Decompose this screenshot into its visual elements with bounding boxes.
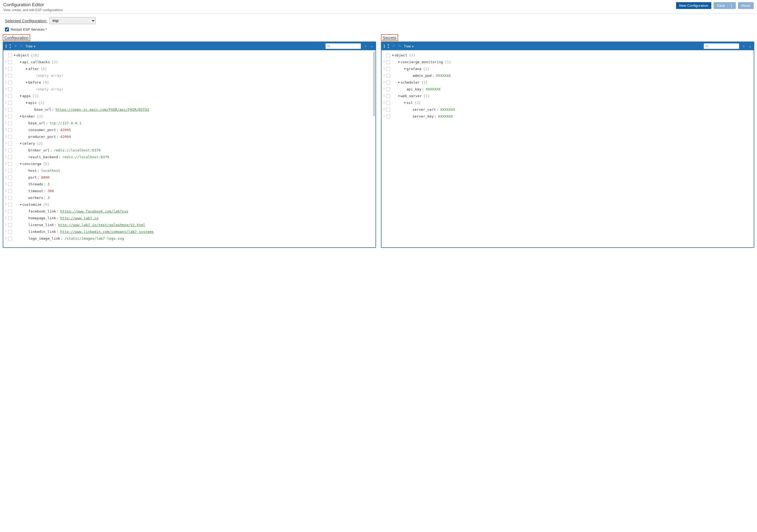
tree-value[interactable]: redis://localhost:6379 [62, 155, 109, 159]
tree-key[interactable]: logo_image_link [28, 237, 60, 240]
tree-row[interactable]: ⠿▼grafana{1} [381, 66, 754, 72]
new-configuration-button[interactable]: New Configuration [676, 2, 712, 9]
row-menu-button[interactable] [8, 203, 12, 207]
tree-key[interactable]: result_backend [28, 155, 58, 159]
drag-handle-icon[interactable]: ⠿ [5, 61, 8, 63]
tree-row[interactable]: ⠿▼consumer_port:42005 [3, 126, 376, 133]
drag-handle-icon[interactable]: ⠿ [383, 61, 386, 63]
tree-row[interactable]: ⠿▼result_backend:redis://localhost:6379 [3, 154, 376, 160]
drag-handle-icon[interactable]: ⠿ [5, 156, 8, 158]
tree-key[interactable]: host [28, 169, 37, 173]
tree-key[interactable]: customize [22, 203, 41, 207]
tree-row[interactable]: ⠿▼after[0] [3, 66, 376, 72]
tree-value[interactable]: http://www.lab7.io/test/splashmsg/V2.htm… [58, 223, 145, 227]
tree-key[interactable]: license_link [28, 223, 54, 227]
row-menu-button[interactable] [8, 149, 12, 152]
drag-handle-icon[interactable]: ⠿ [5, 204, 8, 206]
row-menu-button[interactable] [386, 87, 390, 91]
drag-handle-icon[interactable]: ⠿ [5, 183, 8, 185]
tree-key[interactable]: base_url [34, 107, 51, 112]
tree-row[interactable]: ⠿▼threads:3 [3, 181, 376, 187]
drag-handle-icon[interactable]: ⠿ [5, 102, 8, 104]
tree-key[interactable]: object [395, 53, 407, 57]
reset-button[interactable]: Reset [738, 2, 754, 9]
row-menu-button[interactable] [8, 67, 12, 71]
save-dropdown-icon[interactable]: ▲▼ [731, 4, 733, 8]
tree-key[interactable]: grafana [407, 67, 421, 71]
tree-value[interactable]: 8000 [41, 175, 49, 180]
twisty-icon[interactable]: ▼ [391, 54, 395, 57]
row-menu-button[interactable] [386, 60, 390, 64]
twisty-icon[interactable]: ▼ [13, 54, 16, 57]
drag-handle-icon[interactable]: ⠿ [5, 224, 8, 226]
secrets-tree-body[interactable]: ▼object{3}⠿▼concierge_monitoring{1}⠿▼gra… [381, 50, 754, 247]
row-menu-button[interactable] [386, 81, 390, 84]
row-menu-button[interactable] [8, 216, 12, 220]
twisty-icon[interactable]: ▼ [25, 67, 28, 70]
scrollbar[interactable] [373, 51, 375, 116]
tree-value[interactable]: 300 [47, 189, 54, 193]
tree-value[interactable]: https://open-ic.epic.com/FHIR/api/FHIR/D… [55, 107, 149, 112]
drag-handle-icon[interactable]: ⠿ [5, 143, 8, 144]
tree-key[interactable]: epic [28, 101, 37, 105]
drag-handle-icon[interactable]: ⠿ [5, 89, 8, 90]
row-menu-button[interactable] [8, 155, 12, 159]
tree-key[interactable]: admin_pwd [412, 73, 432, 78]
tree-row[interactable]: ⠿▼apps{1} [3, 93, 376, 99]
row-menu-button[interactable] [386, 108, 390, 112]
twisty-icon[interactable]: ▼ [19, 142, 22, 145]
drag-handle-icon[interactable]: ⠿ [383, 116, 386, 117]
tree-key[interactable]: consumer_port [28, 128, 56, 132]
tree-row[interactable]: ⠿▼workers:3 [3, 194, 376, 201]
drag-handle-icon[interactable]: ⠿ [5, 163, 8, 165]
tree-value[interactable]: XXXXXXX [438, 114, 453, 118]
twisty-icon[interactable]: ▼ [19, 95, 22, 98]
tree-key[interactable]: concierge [22, 162, 41, 166]
tree-row[interactable]: ⠿▼(empty array) [3, 72, 376, 79]
drag-handle-icon[interactable] [383, 55, 386, 56]
drag-handle-icon[interactable]: ⠿ [5, 177, 8, 178]
tree-row[interactable]: ⠿▼api_key:XXXXXXX [381, 86, 754, 93]
selected-config-dropdown[interactable]: esp [49, 17, 96, 24]
tree-value[interactable]: XXXXXXX [440, 107, 455, 112]
row-menu-button[interactable] [386, 94, 390, 98]
tree-key[interactable]: scheduler [401, 80, 419, 84]
row-menu-button[interactable] [8, 223, 12, 227]
drag-handle-icon[interactable]: ⠿ [5, 136, 8, 138]
tree-row[interactable]: ⠿▼base_url:https://open-ic.epic.com/FHIR… [3, 106, 376, 113]
tree-value[interactable]: https://www.facebook.com/lab7sys [60, 209, 128, 213]
row-menu-button[interactable] [386, 53, 390, 57]
tree-key[interactable]: workers [28, 196, 43, 200]
tree-key[interactable]: concierge_monitoring [401, 60, 443, 64]
drag-handle-icon[interactable]: ⠿ [5, 68, 8, 70]
tree-row[interactable]: ⠿▼license_link:http://www.lab7.io/test/s… [3, 221, 376, 228]
drag-handle-icon[interactable]: ⠿ [5, 170, 8, 172]
row-menu-button[interactable] [8, 196, 12, 200]
drag-handle-icon[interactable]: ⠿ [383, 95, 386, 97]
tree-row[interactable]: ⠿▼customize{9} [3, 201, 376, 208]
drag-handle-icon[interactable]: ⠿ [5, 109, 8, 110]
twisty-icon[interactable]: ▼ [397, 95, 401, 98]
tree-key[interactable]: server_key [412, 114, 434, 118]
twisty-icon[interactable]: ▼ [19, 162, 22, 165]
row-menu-button[interactable] [386, 101, 390, 105]
tree-key[interactable]: celery [22, 141, 35, 146]
row-menu-button[interactable] [8, 74, 12, 78]
tree-value[interactable]: /static/images/lab7-logo.svg [64, 237, 124, 240]
twisty-icon[interactable]: ▼ [19, 61, 22, 64]
tree-row[interactable]: ⠿▼before[0] [3, 79, 376, 86]
expand-collapse-icon[interactable]: ▲▼ ▼▲ [5, 44, 12, 48]
twisty-icon[interactable]: ▼ [397, 61, 401, 64]
tree-key[interactable]: ssl [407, 101, 413, 105]
view-mode-dropdown[interactable]: Tree▼ [404, 44, 414, 48]
drag-handle-icon[interactable]: ⠿ [5, 75, 8, 76]
tree-row[interactable]: ⠿▼timeout:300 [3, 187, 376, 194]
tree-key[interactable]: server_cert [412, 107, 436, 112]
tree-key[interactable]: before [28, 80, 41, 84]
twisty-icon[interactable]: ▼ [19, 115, 22, 118]
twisty-icon[interactable]: ▼ [403, 67, 407, 70]
drag-handle-icon[interactable]: ⠿ [5, 150, 8, 151]
tree-key[interactable]: port [28, 175, 37, 180]
drag-handle-icon[interactable]: ⠿ [383, 89, 386, 90]
tree-row[interactable]: ⠿▼concierge_monitoring{1} [381, 59, 754, 66]
